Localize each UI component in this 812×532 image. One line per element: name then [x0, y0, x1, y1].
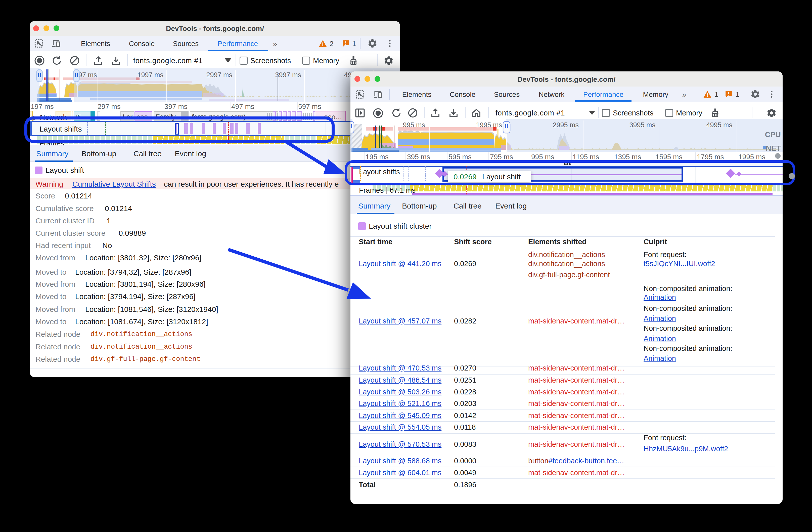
svg-text:2997 ms: 2997 ms — [206, 71, 232, 79]
svg-text:NET: NET — [766, 144, 781, 152]
svg-text:2995 ms: 2995 ms — [553, 121, 579, 129]
svg-text:3995 ms: 3995 ms — [629, 121, 655, 129]
svg-text:3997 ms: 3997 ms — [275, 71, 301, 79]
svg-text:4995 ms: 4995 ms — [706, 121, 732, 129]
svg-text:97 ms: 97 ms — [78, 71, 97, 79]
svg-text:1997 ms: 1997 ms — [137, 71, 163, 79]
svg-text:CPU: CPU — [765, 130, 781, 139]
svg-text:995 ms: 995 ms — [403, 121, 425, 129]
svg-text:1995 ms: 1995 ms — [476, 121, 502, 129]
